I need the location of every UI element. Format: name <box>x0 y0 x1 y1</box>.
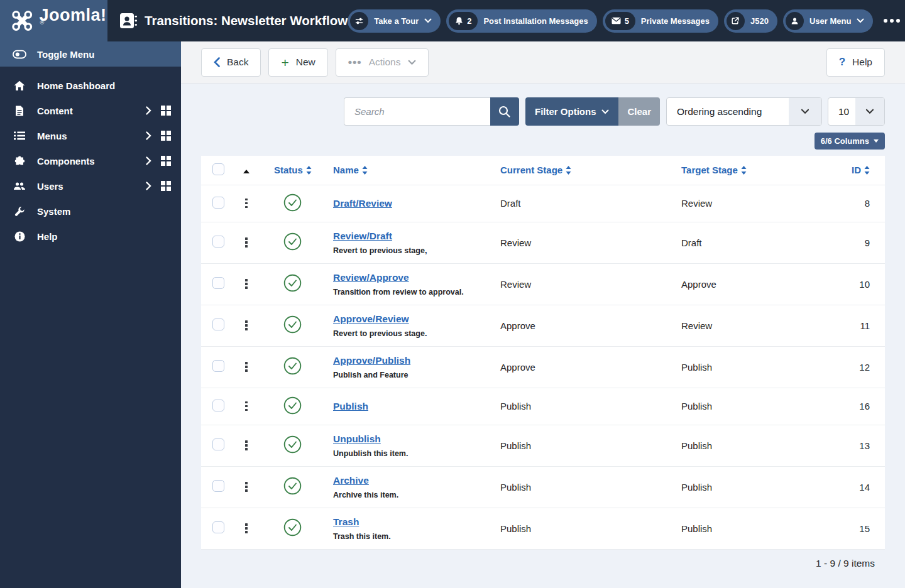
sort-by-status[interactable]: Status <box>274 165 312 175</box>
joomla-logo[interactable]: Joomla!® <box>0 0 107 41</box>
target-stage-value: Draft <box>669 222 850 263</box>
post-installation-label: Post Installation Messages <box>483 16 588 26</box>
drag-handle-icon[interactable] <box>243 523 250 533</box>
back-button[interactable]: Back <box>201 48 261 77</box>
row-checkbox[interactable] <box>212 318 224 330</box>
filter-options-button[interactable]: Filter Options <box>525 97 619 126</box>
sort-by-current-stage[interactable]: Current Stage <box>500 165 571 175</box>
row-checkbox[interactable] <box>212 360 224 372</box>
row-checkbox[interactable] <box>212 521 224 533</box>
transition-name-link[interactable]: Unpublish <box>333 433 381 445</box>
private-messages-button[interactable]: 5 Private Messages <box>603 9 718 33</box>
drag-handle-icon[interactable] <box>243 320 250 330</box>
transition-id-value: 10 <box>850 263 885 305</box>
toggle-menu-button[interactable]: Toggle Menu <box>0 41 181 67</box>
drag-handle-icon[interactable] <box>243 440 250 450</box>
status-published-check-icon[interactable] <box>283 518 302 536</box>
transition-name-link[interactable]: Approve/Publish <box>333 355 410 366</box>
plus-icon: + <box>281 56 288 69</box>
drag-handle-icon[interactable] <box>243 401 250 411</box>
drag-handle-icon[interactable] <box>243 199 250 209</box>
row-checkbox[interactable] <box>212 400 224 411</box>
drag-handle-icon[interactable] <box>243 237 250 248</box>
drag-handle-icon[interactable] <box>243 362 250 372</box>
sidebar-item-home-dashboard[interactable]: Home Dashboard <box>0 73 181 98</box>
sort-by-name[interactable]: Name <box>333 165 368 175</box>
row-checkbox[interactable] <box>212 438 224 450</box>
dashboard-grid-icon[interactable] <box>161 106 172 116</box>
status-published-check-icon[interactable] <box>283 477 302 495</box>
page-title: Transitions: Newsletter Workflow <box>145 13 348 28</box>
chevron-down-icon <box>601 109 609 114</box>
file-icon <box>13 106 26 116</box>
dashboard-grid-icon[interactable] <box>161 131 172 141</box>
transition-description: Publish and Feature <box>333 371 488 379</box>
dashboard-grid-icon[interactable] <box>161 181 172 192</box>
sidebar-item-system[interactable]: System <box>0 199 181 224</box>
joomla-version-label: J520 <box>750 16 769 26</box>
header-overflow-ellipsis-icon[interactable] <box>884 19 900 23</box>
sort-by-target-stage[interactable]: Target Stage <box>681 165 747 175</box>
status-published-check-icon[interactable] <box>283 232 302 251</box>
post-installation-messages-button[interactable]: 2 Post Installation Messages <box>446 9 596 33</box>
row-checkbox[interactable] <box>212 236 224 248</box>
new-button[interactable]: + New <box>268 48 327 77</box>
chevron-left-icon <box>214 57 220 67</box>
transition-id-value: 14 <box>850 466 885 508</box>
sidebar-item-content[interactable]: Content <box>0 98 181 123</box>
transition-name-link[interactable]: Review/Approve <box>333 272 409 283</box>
joomla-version-button[interactable]: J520 <box>724 9 777 33</box>
status-published-check-icon[interactable] <box>283 315 302 334</box>
target-stage-value: Publish <box>669 466 850 508</box>
search-button[interactable] <box>490 97 519 126</box>
current-stage-value: Publish <box>488 388 669 425</box>
help-button[interactable]: ? Help <box>826 48 885 77</box>
status-published-check-icon[interactable] <box>283 193 302 212</box>
sort-icon <box>306 166 312 175</box>
select-all-checkbox[interactable] <box>212 163 224 175</box>
table-row: Review/Approve Transition from review to… <box>201 263 885 305</box>
chevron-down-icon <box>408 60 416 65</box>
status-published-check-icon[interactable] <box>283 396 302 415</box>
actions-button[interactable]: ••• Actions <box>336 48 429 77</box>
home-icon <box>13 80 26 91</box>
transition-name-link[interactable]: Trash <box>333 516 359 528</box>
status-published-check-icon[interactable] <box>283 274 302 292</box>
ordering-sort-caret-icon[interactable] <box>243 170 250 173</box>
sidebar-item-menus[interactable]: Menus <box>0 123 181 148</box>
take-a-tour-button[interactable]: Take a Tour <box>348 9 441 33</box>
sidebar-item-components[interactable]: Components <box>0 148 181 173</box>
chevron-down-icon <box>789 98 821 125</box>
workflow-address-book-icon <box>119 12 138 30</box>
drag-handle-icon[interactable] <box>243 482 250 492</box>
columns-toggle-button[interactable]: 6/6 Columns <box>814 133 885 150</box>
user-menu-button[interactable]: User Menu <box>783 9 873 33</box>
page-size-select[interactable]: 10 <box>828 97 885 126</box>
ellipsis-icon: ••• <box>348 60 362 65</box>
joomla-logo-icon <box>11 9 33 32</box>
user-icon <box>786 12 804 30</box>
transition-name-link[interactable]: Approve/Review <box>333 313 409 325</box>
search-input[interactable] <box>344 97 490 126</box>
sort-by-id[interactable]: ID <box>852 165 870 175</box>
transition-id-value: 16 <box>850 388 885 425</box>
row-checkbox[interactable] <box>212 197 224 209</box>
sidebar-item-users[interactable]: Users <box>0 173 181 199</box>
row-checkbox[interactable] <box>212 277 224 289</box>
status-published-check-icon[interactable] <box>283 435 302 454</box>
transition-name-link[interactable]: Archive <box>333 475 369 486</box>
app-header: Joomla!® Transitions: Newsletter Workflo… <box>0 0 905 41</box>
transition-name-link[interactable]: Review/Draft <box>333 231 392 242</box>
table-row: Publish Publish Publish 16 <box>201 388 885 425</box>
dashboard-grid-icon[interactable] <box>161 156 172 166</box>
transition-name-link[interactable]: Draft/Review <box>333 198 392 209</box>
row-checkbox[interactable] <box>212 480 224 492</box>
ordering-select[interactable]: Ordering ascending <box>666 97 822 126</box>
transition-name-link[interactable]: Publish <box>333 401 368 412</box>
drag-handle-icon[interactable] <box>243 279 250 289</box>
status-published-check-icon[interactable] <box>283 357 302 375</box>
clear-button[interactable]: Clear <box>618 97 660 126</box>
transitions-table: Status Name Current Stage Target Stage I… <box>201 156 885 550</box>
post-installation-count: 2 <box>467 16 471 26</box>
sidebar-item-help[interactable]: Help <box>0 224 181 249</box>
